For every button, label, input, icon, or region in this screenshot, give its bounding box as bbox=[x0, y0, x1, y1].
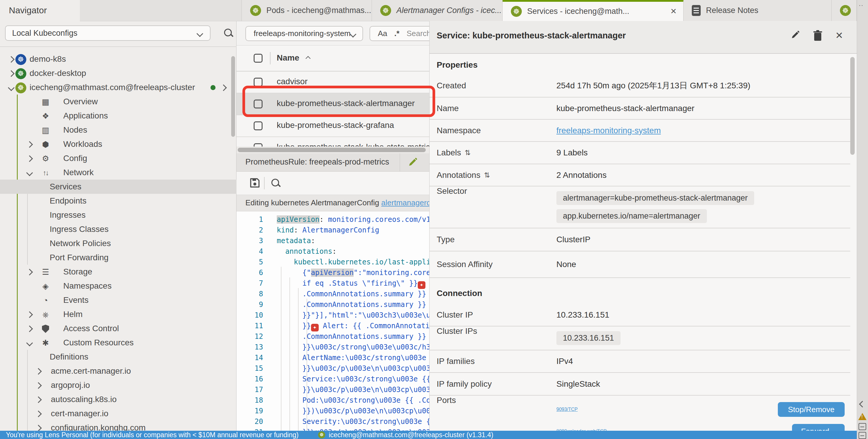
chevron-left-icon[interactable] bbox=[859, 401, 866, 408]
active-cluster-text[interactable]: icecheng@mathmast.com@freeleaps-cluster … bbox=[329, 431, 493, 439]
sidebar-item-services[interactable]: Services bbox=[0, 180, 237, 194]
line-number: 21 bbox=[237, 427, 263, 431]
search-input[interactable]: Aa .* Search bbox=[370, 26, 429, 41]
sidebar-item-cert-manager-io[interactable]: cert-manager.io bbox=[0, 406, 237, 421]
chevron-right-icon[interactable] bbox=[8, 70, 15, 77]
navigator-title: Navigator bbox=[9, 5, 47, 15]
sidebar-item-acme-cert-manager-io[interactable]: acme.cert-manager.io bbox=[0, 364, 237, 378]
sidebar-item-helm[interactable]: ⎈Helm bbox=[0, 307, 237, 322]
regex-icon[interactable]: .* bbox=[394, 29, 399, 38]
sidebar-item-port-forwarding[interactable]: Port Forwarding bbox=[0, 250, 237, 265]
edit-pencil-icon[interactable] bbox=[407, 158, 417, 168]
service-detail-panel: Service: kube-prometheus-stack-alertmana… bbox=[429, 21, 857, 431]
sidebar-item-access-control[interactable]: Access Control bbox=[0, 322, 237, 336]
sidebar-item-nodes[interactable]: ▥Nodes bbox=[0, 123, 237, 137]
sidebar-item-autoscaling-k8s-io[interactable]: autoscaling.k8s.io bbox=[0, 392, 237, 406]
scrollbar-thumb[interactable] bbox=[238, 148, 426, 152]
sidebar-scrollbar[interactable] bbox=[231, 56, 235, 137]
namespace-dropdown[interactable]: freeleaps-monitoring-system bbox=[245, 26, 363, 41]
sidebar-item-argoproj-io[interactable]: argoproj.io bbox=[0, 378, 237, 392]
chevron-down-icon[interactable] bbox=[26, 340, 33, 346]
chevron-down-icon[interactable] bbox=[26, 170, 33, 176]
close-icon[interactable]: ✕ bbox=[835, 30, 843, 41]
tab-services-icecheng-math-[interactable]: ☸Services - icecheng@math...✕ bbox=[503, 0, 684, 21]
row-checkbox[interactable] bbox=[254, 78, 262, 87]
chevron-right-icon[interactable] bbox=[26, 141, 33, 148]
detail-row-cluster-ip: Cluster IP10.233.16.151 bbox=[430, 304, 850, 327]
chevron-right-icon[interactable] bbox=[35, 425, 42, 432]
detail-row-selector: Selectoralertmanager=kube-prometheus-sta… bbox=[430, 187, 850, 228]
sidebar-item-icecheng-mathmast-com-freeleaps-cluster[interactable]: ☸icecheng@mathmast.com@freeleaps-cluster bbox=[0, 80, 237, 95]
port-link[interactable]: 9093/TCP bbox=[556, 407, 578, 412]
sidebar-item-label: Ingresses bbox=[50, 210, 86, 220]
port-entry: 8080:reloader-web/TCPForward... bbox=[556, 420, 845, 431]
line-number: 4 bbox=[237, 246, 263, 257]
sidebar-item-namespaces[interactable]: ◈Namespaces bbox=[0, 279, 237, 293]
kubeconfig-dropdown[interactable]: Local Kubeconfigs bbox=[5, 25, 211, 41]
horizontal-scrollbar[interactable] bbox=[237, 146, 429, 153]
chevron-right-icon[interactable] bbox=[26, 269, 33, 276]
port-forward-button[interactable]: Stop/Remove bbox=[778, 402, 845, 417]
sidebar-item-overview[interactable]: ▦Overview bbox=[0, 95, 237, 109]
sidebar-item-ingresses[interactable]: Ingresses bbox=[0, 208, 237, 222]
trash-icon[interactable] bbox=[813, 30, 822, 41]
code-segment: .CommonAnnotations.summary }} {{ bbox=[277, 290, 429, 298]
column-header-name[interactable]: Name bbox=[277, 53, 299, 63]
kubeconfig-dropdown-value: Local Kubeconfigs bbox=[12, 29, 78, 38]
chevron-down-icon[interactable] bbox=[8, 85, 15, 91]
sidebar-item-ingress-classes[interactable]: Ingress Classes bbox=[0, 222, 237, 236]
match-case-icon[interactable]: Aa bbox=[378, 29, 387, 38]
chevron-right-icon[interactable] bbox=[35, 397, 42, 403]
chevron-right-icon[interactable] bbox=[26, 326, 33, 332]
sidebar-item-demo-k8s[interactable]: ☸demo-k8s bbox=[0, 52, 237, 66]
breadcrumb-link[interactable]: alertmanagerconfig bbox=[381, 198, 429, 207]
sort-toggle-icon[interactable]: ⇅ bbox=[465, 148, 471, 157]
sort-toggle-icon[interactable]: ⇅ bbox=[484, 171, 490, 179]
sidebar-item-events[interactable]: ◔Events bbox=[0, 293, 237, 307]
sidebar-item-storage[interactable]: ☰Storage bbox=[0, 265, 237, 279]
chevron-right-icon[interactable] bbox=[26, 311, 33, 318]
close-icon[interactable]: ✕ bbox=[670, 7, 677, 16]
warning-icon[interactable] bbox=[858, 413, 867, 420]
sidebar-item-config[interactable]: ⚙Config bbox=[0, 151, 237, 165]
sidebar-item-endpoints[interactable]: Endpoints bbox=[0, 194, 237, 208]
search-icon[interactable] bbox=[271, 178, 281, 188]
sidebar-item-definitions[interactable]: Definitions bbox=[0, 350, 237, 364]
sidebar-item-network-policies[interactable]: Network Policies bbox=[0, 236, 237, 250]
tab-release-notes[interactable]: Release Notes bbox=[684, 0, 832, 21]
sidebar-item-applications[interactable]: ❖Applications bbox=[0, 109, 237, 123]
namespace-link[interactable]: freeleaps-monitoring-system bbox=[556, 126, 661, 135]
row-checkbox[interactable] bbox=[254, 122, 262, 130]
chevron-right-icon[interactable] bbox=[35, 382, 42, 389]
sidebar-item-workloads[interactable]: ⬢Workloads bbox=[0, 137, 237, 151]
chevron-right-icon[interactable] bbox=[26, 156, 33, 162]
search-icon[interactable] bbox=[223, 28, 234, 38]
sidebar-item-network[interactable]: ↑↓Network bbox=[0, 165, 237, 180]
port-link[interactable]: 8080:reloader-web/TCP bbox=[556, 429, 607, 431]
code-segment: .CommonAnnotations.summary }} {{ bbox=[277, 300, 429, 309]
port-forward-button[interactable]: Forward... bbox=[792, 424, 845, 431]
table-row-cadvisor[interactable]: cadvisor bbox=[237, 71, 429, 93]
panel-toggle-icon[interactable] bbox=[859, 432, 866, 439]
tab-pods-icecheng-mathmas-[interactable]: ☸Pods - icecheng@mathmas... bbox=[242, 0, 372, 21]
panel-toggle-icon[interactable] bbox=[859, 423, 866, 430]
select-all-checkbox[interactable] bbox=[254, 54, 262, 63]
row-checkbox[interactable] bbox=[254, 100, 262, 108]
chevron-right-icon[interactable] bbox=[35, 368, 42, 375]
sidebar-item-custom-resources[interactable]: ✱Custom Resources bbox=[0, 336, 237, 350]
sidebar-item-docker-desktop[interactable]: ☸docker-desktop bbox=[0, 66, 237, 80]
chevron-right-icon[interactable] bbox=[8, 56, 15, 63]
table-row-kube-prometheus-stack-alertmanager[interactable]: kube-prometheus-stack-alertmanager bbox=[237, 93, 429, 115]
panel-scrollbar[interactable] bbox=[850, 57, 855, 155]
tab-partial[interactable]: ☸ bbox=[832, 0, 857, 21]
tab-alertmanager-configs-icec-[interactable]: ☸Alertmanager Configs - icec... bbox=[372, 0, 503, 21]
yaml-editor[interactable]: 1apiVersion: monitoring.coreos.com/v12ki… bbox=[237, 212, 429, 431]
code-text: }})\u003c/p\u003e\n\u003cp\u003e bbox=[277, 406, 429, 416]
code-text: kubectl.kubernetes.io/last-applied-confi… bbox=[277, 257, 429, 267]
save-icon[interactable] bbox=[250, 177, 260, 189]
chevron-right-icon[interactable] bbox=[220, 85, 227, 91]
chevron-right-icon[interactable] bbox=[35, 411, 42, 417]
table-row-kube-prometheus-stack-grafana[interactable]: kube-prometheus-stack-grafana bbox=[237, 115, 429, 137]
edit-pencil-icon[interactable] bbox=[790, 30, 800, 40]
sort-asc-icon[interactable] bbox=[306, 56, 311, 61]
